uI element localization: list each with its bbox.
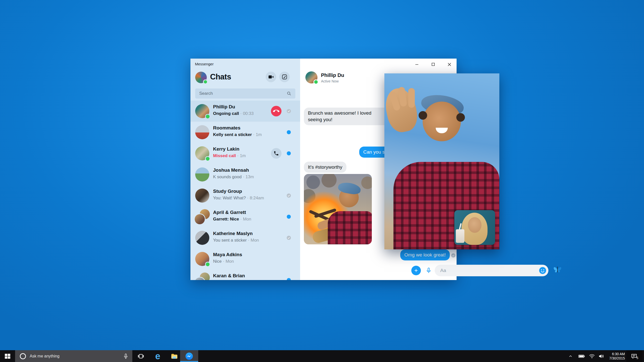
windows-logo-icon [4,353,11,359]
maximize-icon [431,63,435,66]
presence-dot [206,115,210,118]
chat-name: Karan & Brian [213,273,245,279]
presence-dot [206,262,210,266]
chat-preview: Garrett: Nice·Mon [213,217,251,222]
clock[interactable]: 6:30 AM 7/30/2015 [607,350,625,362]
chat-list-item-phillip-du[interactable]: Phillip Du Ongoing call·00:33 [190,101,300,122]
chat-list-item-study-group[interactable]: Study Group You: Wait! What?·8:24am [190,185,300,206]
search-input[interactable] [195,91,286,96]
chat-name: April & Garrett [213,210,246,215]
edge-browser-button[interactable]: e [149,350,166,362]
incoming-message: Brunch was awesome! I loved seeing you! [304,108,389,125]
call-back-button[interactable] [271,148,281,159]
messenger-taskbar-button[interactable] [180,350,198,362]
avatar [195,210,209,224]
chat-name: Joshua Mensah [213,167,249,173]
outgoing-message: Omg we look great! [400,249,450,260]
chat-list-item-joshua-mensah[interactable]: Joshua Mensah K sounds good·13m [190,164,300,185]
task-view-icon [137,353,144,360]
minimize-button[interactable] [411,60,423,69]
chat-list-item-kerry-lakin[interactable]: Kerry Lakin Missed call·1m [190,143,300,164]
start-button[interactable] [0,350,15,362]
chat-list-item-katherine-maslyn[interactable]: Katherine Maslyn You sent a sticker·Mon [190,227,300,248]
close-button[interactable] [444,60,455,69]
chat-list-item-maya-adkins[interactable]: Maya Adkins Nice·Mon [190,248,300,269]
self-video-preview[interactable] [454,210,495,245]
cortana-search-box [15,350,132,362]
avatar [195,125,209,139]
incoming-message: It's #storyworthy [304,162,346,173]
chat-preview: Ongoing call·00:33 [213,111,254,116]
notification-count-badge: 5 [636,356,638,360]
delivered-check-icon [286,109,291,114]
task-view-button[interactable] [132,350,149,362]
remote-person-shape [423,102,461,141]
avatar [195,273,209,280]
end-call-icon [273,108,279,114]
battery-icon [578,353,585,360]
message-input[interactable] [435,268,539,273]
my-profile-avatar[interactable] [195,72,207,83]
taskbar-mic-icon[interactable] [123,353,129,359]
drink-cup-shape [456,229,464,243]
avatar [195,252,209,266]
waving-hand-shape [384,85,420,135]
clock-time: 6:30 AM [612,352,625,356]
unread-dot-icon [287,151,291,155]
action-center-button[interactable]: 5 [626,350,642,362]
attach-plus-button[interactable] [411,266,421,275]
battery-tray-button[interactable] [577,350,587,362]
presence-dot [206,157,210,161]
delivered-check-icon [286,235,291,240]
edge-icon: e [155,352,160,361]
unread-dot-icon [287,130,291,134]
messenger-icon [185,352,193,360]
maximize-button[interactable] [427,60,439,69]
window-title: Messenger [195,62,214,66]
emoji-button[interactable] [539,267,546,274]
wifi-tray-button[interactable] [587,350,597,362]
speaker-icon [598,353,605,360]
taskbar: e [0,350,644,362]
phone-icon [273,151,279,156]
avatar [195,167,209,182]
avatar [195,146,209,160]
new-message-button[interactable] [279,72,290,82]
volume-tray-button[interactable] [597,350,607,362]
search-box [195,88,295,99]
chat-preview: K sounds good·13m [213,174,254,179]
chat-list-item-roommates[interactable]: Roommates Kelly sent a sticker·1m [190,122,300,143]
desktop-wallpaper: Messenger Chats [0,0,644,362]
chat-preview: You sent a sticker·Mon [213,238,259,243]
unread-dot-icon [287,278,291,280]
compose-icon [281,74,288,80]
chat-name: Katherine Maslyn [213,231,253,236]
chat-name: Study Group [213,189,242,194]
chat-list-item-karan-brian[interactable]: Karan & Brian [190,269,300,280]
voice-clip-button[interactable] [425,266,433,275]
peer-avatar [305,71,317,83]
end-call-button[interactable] [271,106,281,116]
presence-dot [204,80,207,83]
chat-preview: Kelly sent a sticker·1m [213,132,262,137]
chat-preview: You: Wait! What?·8:24am [213,196,264,201]
taskbar-search-input[interactable] [27,354,123,358]
avatar [195,104,209,118]
sticker-butterfly-button[interactable] [553,265,562,274]
peer-status: Active Now [321,79,339,83]
chat-preview: Nice·Mon [213,259,234,264]
delivered-check-icon [286,193,291,198]
butterfly-icon [553,265,562,274]
tray-chevron-button[interactable] [566,350,575,362]
chat-preview: Missed call·1m [213,153,246,158]
new-video-call-button[interactable] [266,72,276,82]
photo-message-campfire[interactable] [304,174,372,244]
clock-date: 7/30/2015 [609,356,625,360]
folder-icon [171,352,178,360]
chats-sidebar: Chats Phillip Du Ongoing ca [190,59,300,280]
message-composer [435,265,548,276]
chat-list-item-april-garrett[interactable]: April & Garrett Garrett: Nice·Mon [190,206,300,227]
video-call-window[interactable] [384,73,499,249]
chat-name: Phillip Du [213,104,235,110]
delivered-check-icon [451,253,456,258]
